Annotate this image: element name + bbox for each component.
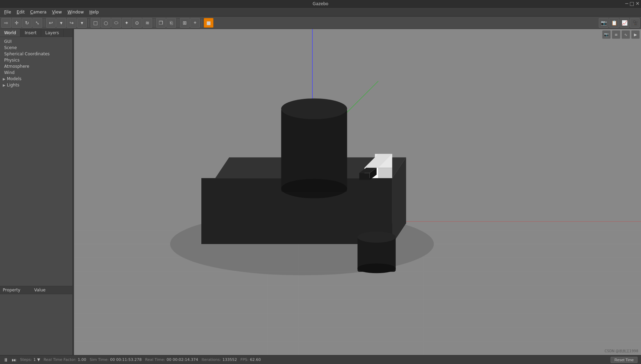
tree-gui-label: GUI [4, 39, 12, 44]
sim-time-value: 00 00:11:53.278 [110, 357, 141, 362]
steps-dropdown[interactable]: ▼ [37, 357, 40, 362]
record-btn[interactable]: ■ [204, 18, 213, 28]
reset-time-btn[interactable]: Reset Time [611, 357, 638, 363]
scale-tool-btn[interactable]: ⤡ [33, 18, 42, 28]
app-title: Gazebo [313, 1, 328, 6]
chart-viewport-btn[interactable]: ∿ [622, 30, 630, 39]
spot-light-btn[interactable]: ⊙ [132, 18, 142, 28]
models-arrow-icon: ▶ [3, 77, 6, 81]
sep5 [202, 19, 202, 27]
pause-btn[interactable]: ⏸ [3, 357, 8, 363]
log-viewport-btn[interactable]: ≡ [612, 30, 620, 39]
steps-value: 1 [33, 357, 36, 362]
win-minimize[interactable]: ─ [625, 1, 628, 6]
title-bar: Gazebo ─ □ ✕ [0, 0, 641, 8]
win-maximize[interactable]: □ [630, 1, 634, 6]
video-btn[interactable]: 🎥 [630, 18, 640, 28]
menu-edit[interactable]: Edit [14, 9, 27, 15]
menu-file[interactable]: File [1, 9, 14, 15]
tree-gui[interactable]: GUI [0, 38, 72, 45]
redo-btn[interactable]: ↪ [67, 18, 76, 28]
svg-marker-30 [378, 168, 392, 178]
sphere-tool-btn[interactable]: ○ [101, 18, 111, 28]
left-tabs: World Insert Layers [0, 29, 72, 37]
tab-world[interactable]: World [0, 29, 20, 37]
select-tool-btn[interactable]: ⇨ [1, 18, 11, 28]
tree-lights[interactable]: ▶ Lights [0, 82, 72, 88]
rotate-tool-btn[interactable]: ↻ [22, 18, 32, 28]
iterations-item: Iterations: 133552 [202, 357, 237, 362]
main-layout: World Insert Layers GUI Scene Spherical … [0, 29, 641, 355]
sim-time-item: Sim Time: 00 00:11:53.278 [90, 357, 141, 362]
tree-physics[interactable]: Physics [0, 57, 72, 63]
viewport[interactable]: 📷 ≡ ∿ ▶ CSDN @凯凯王1998 [74, 29, 641, 355]
tree-models[interactable]: ▶ Models [0, 76, 72, 82]
left-panel: World Insert Layers GUI Scene Spherical … [0, 29, 73, 355]
watermark: CSDN @凯凯王1998 [605, 349, 638, 354]
undo-dropdown-btn[interactable]: ▾ [56, 18, 66, 28]
undo-btn[interactable]: ↩ [46, 18, 56, 28]
tree-models-label: Models [7, 76, 21, 81]
iterations-label: Iterations: [202, 357, 221, 362]
screenshot-viewport-btn[interactable]: 📷 [602, 30, 611, 39]
steps-label: Steps: [20, 357, 32, 362]
real-time-value: 00 00:02:14.374 [166, 357, 198, 362]
tree-scene[interactable]: Scene [0, 45, 72, 51]
tree-scene-label: Scene [4, 45, 17, 50]
real-time-item: Real Time: 00 00:02:14.374 [145, 357, 198, 362]
box-tool-btn[interactable]: □ [91, 18, 100, 28]
rtf-value: 1.00 [78, 357, 86, 362]
lights-arrow-icon: ▶ [3, 83, 6, 87]
menu-help[interactable]: Help [86, 9, 101, 15]
step-btn[interactable]: ⏭ [12, 357, 17, 363]
tree-spherical-coords-label: Spherical Coordinates [4, 52, 50, 56]
svg-point-27 [281, 179, 347, 198]
tab-insert[interactable]: Insert [20, 29, 41, 37]
viewport-icons: 📷 ≡ ∿ ▶ [602, 30, 640, 39]
tree-spherical-coords[interactable]: Spherical Coordinates [0, 51, 72, 57]
tab-layers[interactable]: Layers [41, 29, 64, 37]
sim-time-label: Sim Time: [90, 357, 109, 362]
cylinder-tool-btn[interactable]: ⬭ [111, 18, 121, 28]
plot-btn[interactable]: 📈 [620, 18, 629, 28]
menu-view[interactable]: View [49, 9, 64, 15]
svg-point-36 [358, 232, 396, 243]
tree-atmosphere-label: Atmosphere [4, 64, 29, 69]
menu-window[interactable]: Window [65, 9, 86, 15]
rtf-label: Real Time Factor: [44, 357, 76, 362]
property-col1: Property [3, 288, 20, 292]
svg-marker-32 [359, 173, 370, 180]
tree-physics-label: Physics [4, 58, 19, 63]
sep2 [89, 19, 89, 27]
iterations-value: 133552 [222, 357, 237, 362]
status-bar: ⏸ ⏭ Steps: 1 ▼ Real Time Factor: 1.00 Si… [0, 355, 641, 364]
dir-light-btn[interactable]: ≋ [143, 18, 152, 28]
tree-atmosphere[interactable]: Atmosphere [0, 63, 72, 69]
sep1 [44, 19, 44, 27]
redo-dropdown-btn[interactable]: ▾ [77, 18, 87, 28]
fps-item: FPS: 62.60 [240, 357, 261, 362]
svg-point-26 [281, 99, 347, 119]
screenshot-btn[interactable]: 📷 [599, 18, 608, 28]
property-header: Property Value [0, 286, 72, 294]
sep4 [178, 19, 178, 27]
tree-wind-label: Wind [4, 70, 15, 75]
point-light-btn[interactable]: ✦ [122, 18, 131, 28]
tree-wind[interactable]: Wind [0, 69, 72, 76]
real-time-factor-item: Real Time Factor: 1.00 [44, 357, 86, 362]
win-close[interactable]: ✕ [635, 1, 640, 6]
translate-tool-btn[interactable]: ✛ [12, 18, 21, 28]
video-viewport-btn[interactable]: ▶ [631, 30, 640, 39]
scene-svg [74, 29, 641, 355]
menu-camera[interactable]: Camera [27, 9, 49, 15]
svg-point-37 [358, 263, 396, 273]
paste-btn[interactable]: ⎗ [166, 18, 176, 28]
copy-btn[interactable]: ❐ [156, 18, 166, 28]
world-tree: GUI Scene Spherical Coordinates Physics … [0, 37, 72, 286]
tree-lights-label: Lights [7, 83, 19, 87]
snap-btn[interactable]: ⌖ [190, 18, 200, 28]
fps-label: FPS: [240, 357, 249, 362]
align-btn[interactable]: ⊞ [180, 18, 190, 28]
fps-value: 62.60 [250, 357, 261, 362]
log-btn[interactable]: 📋 [609, 18, 619, 28]
